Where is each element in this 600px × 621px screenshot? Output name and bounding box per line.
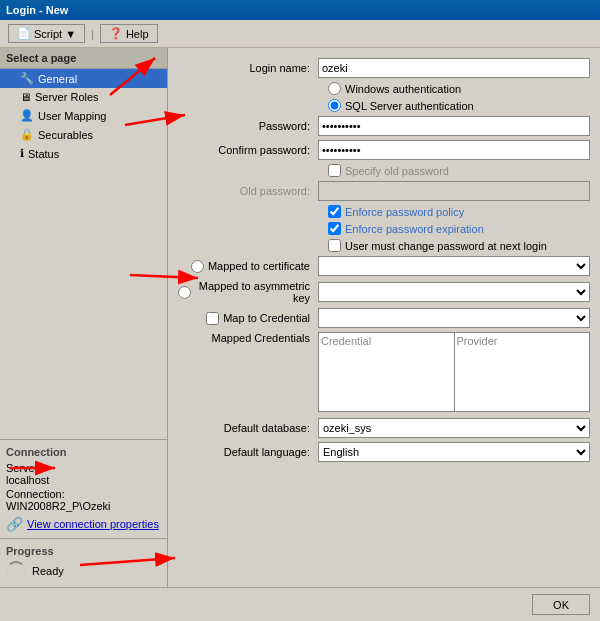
specify-old-password-row: Specify old password (178, 164, 590, 177)
mapped-asymmetric-row: Mapped to asymmetric key (178, 280, 590, 304)
mapped-certificate-row: Mapped to certificate (178, 256, 590, 276)
mapped-certificate-select[interactable] (318, 256, 590, 276)
general-icon: 🔧 (20, 72, 34, 85)
old-password-input[interactable] (318, 181, 590, 201)
credential-column-header: Credential (319, 333, 455, 411)
view-connection-properties-link[interactable]: View connection properties (27, 518, 159, 530)
windows-auth-radio[interactable] (328, 82, 341, 95)
login-name-label: Login name: (178, 62, 318, 74)
left-panel: Select a page 🔧 General 🖥 Server Roles 👤… (0, 48, 168, 587)
sidebar-item-server-roles[interactable]: 🖥 Server Roles (0, 88, 167, 106)
mapped-certificate-radio[interactable] (191, 260, 204, 273)
status-icon: ℹ (20, 147, 24, 160)
confirm-password-input[interactable] (318, 140, 590, 160)
user-must-change-row: User must change password at next login (178, 239, 590, 252)
right-panel: Login name: Windows authentication SQL S… (168, 48, 600, 587)
default-language-label: Default language: (178, 446, 318, 458)
securables-icon: 🔒 (20, 128, 34, 141)
progress-spinner (6, 561, 26, 581)
user-must-change-label: User must change password at next login (345, 240, 547, 252)
user-mapping-icon: 👤 (20, 109, 34, 122)
default-database-row: Default database: ozeki_sys (178, 418, 590, 438)
sidebar-item-general[interactable]: 🔧 General (0, 69, 167, 88)
help-icon: ❓ (109, 27, 123, 40)
map-credential-label: Map to Credential (223, 312, 310, 324)
mapped-credentials-label: Mapped Credentials (178, 332, 318, 344)
toolbar: 📄 Script ▼ | ❓ Help (0, 20, 600, 48)
content-area: Select a page 🔧 General 🖥 Server Roles 👤… (0, 48, 600, 587)
connection-section: Connection Server: localhost Connection:… (0, 439, 167, 538)
sidebar-item-status[interactable]: ℹ Status (0, 144, 167, 163)
chevron-down-icon: ▼ (65, 28, 76, 40)
mapped-credentials-row: Mapped Credentials Credential Provider (178, 332, 590, 412)
old-password-row: Old password: (178, 181, 590, 201)
sidebar-item-user-mapping[interactable]: 👤 User Mapping (0, 106, 167, 125)
default-database-label: Default database: (178, 422, 318, 434)
confirm-password-label: Confirm password: (178, 144, 318, 156)
progress-section: Progress Ready (0, 538, 167, 587)
mapped-asymmetric-radio[interactable] (178, 286, 191, 299)
map-credential-select[interactable] (318, 308, 590, 328)
credentials-table: Credential Provider (318, 332, 590, 412)
script-button[interactable]: 📄 Script ▼ (8, 24, 85, 43)
map-credential-checkbox[interactable] (206, 312, 219, 325)
login-name-row: Login name: (178, 58, 590, 78)
toolbar-separator: | (91, 28, 94, 40)
help-button[interactable]: ❓ Help (100, 24, 158, 43)
progress-header: Progress (6, 545, 161, 557)
script-icon: 📄 (17, 27, 31, 40)
specify-old-password-label: Specify old password (345, 165, 449, 177)
connection-value: WIN2008R2_P\Ozeki (6, 500, 111, 512)
server-roles-icon: 🖥 (20, 91, 31, 103)
server-value: localhost (6, 474, 49, 486)
password-label: Password: (178, 120, 318, 132)
enforce-policy-checkbox[interactable] (328, 205, 341, 218)
default-language-select[interactable]: English (318, 442, 590, 462)
mapped-asymmetric-label: Mapped to asymmetric key (195, 280, 310, 304)
provider-column-header: Provider (455, 333, 590, 411)
sql-auth-row: SQL Server authentication (178, 99, 590, 112)
enforce-policy-label: Enforce password policy (345, 206, 464, 218)
password-row: Password: (178, 116, 590, 136)
ready-area: Ready (6, 561, 161, 581)
server-label: Server: (6, 462, 41, 474)
sidebar-item-securables[interactable]: 🔒 Securables (0, 125, 167, 144)
old-password-label: Old password: (178, 185, 318, 197)
connection-header: Connection (6, 446, 161, 458)
enforce-expiration-label: Enforce password expiration (345, 223, 484, 235)
user-must-change-checkbox[interactable] (328, 239, 341, 252)
window-title: Login - New (6, 4, 68, 16)
specify-old-password-checkbox[interactable] (328, 164, 341, 177)
default-language-row: Default language: English (178, 442, 590, 462)
sql-auth-label: SQL Server authentication (345, 100, 474, 112)
windows-auth-label: Windows authentication (345, 83, 461, 95)
mapped-certificate-label: Mapped to certificate (208, 260, 310, 272)
enforce-expiration-row: Enforce password expiration (178, 222, 590, 235)
select-page-header: Select a page (0, 48, 167, 69)
ok-button[interactable]: OK (532, 594, 590, 615)
confirm-password-row: Confirm password: (178, 140, 590, 160)
login-name-input[interactable] (318, 58, 590, 78)
map-credential-row: Map to Credential (178, 308, 590, 328)
connection-icon: 🔗 (6, 516, 23, 532)
title-bar: Login - New (0, 0, 600, 20)
connection-label: Connection: (6, 488, 65, 500)
enforce-expiration-checkbox[interactable] (328, 222, 341, 235)
default-database-select[interactable]: ozeki_sys (318, 418, 590, 438)
password-input[interactable] (318, 116, 590, 136)
sql-auth-radio[interactable] (328, 99, 341, 112)
windows-auth-row: Windows authentication (178, 82, 590, 95)
enforce-policy-row: Enforce password policy (178, 205, 590, 218)
bottom-bar: OK (0, 587, 600, 621)
progress-status: Ready (32, 565, 64, 577)
mapped-asymmetric-select[interactable] (318, 282, 590, 302)
